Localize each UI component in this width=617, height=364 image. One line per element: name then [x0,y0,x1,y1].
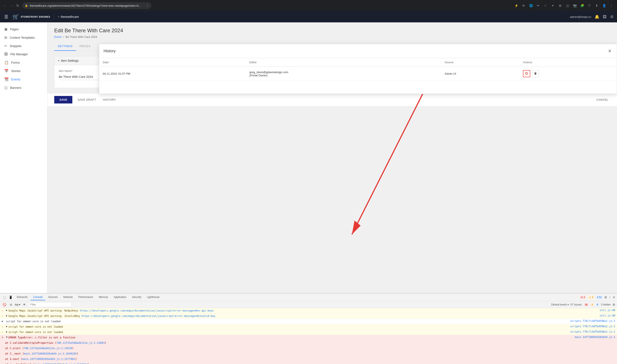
cart-icon: 🛒 [13,14,19,20]
sidebar-item-label: Pages [10,27,19,31]
expand-icon[interactable]: ▶ [6,325,8,328]
devtools-tab-security[interactable]: Security [129,294,144,300]
clear-console-icon[interactable]: 🚫 [2,302,7,307]
devtools-settings-icon[interactable]: ⚙ [604,296,607,299]
log-text: script for emmet-core is not loaded [8,325,570,329]
stack-link[interactable]: 706.12f25e548ad4121e.js:1:14993 [56,341,105,344]
devtools-tab-network[interactable]: Network [61,294,75,300]
devtools-tab-elements[interactable]: Elements [14,294,30,300]
reload-button[interactable]: ↻ [15,3,20,9]
log-source-link[interactable]: scripts.776c7c4dfbd598a1.js:1 [570,319,615,323]
log-source-link[interactable]: scripts.776c7c4dfbd598a1.js:1 [570,325,615,328]
save-draft-button[interactable]: SAVE DRAFT [76,96,98,104]
devtools-tab-sources[interactable]: Sources [46,294,60,300]
app-body: ▣ Pages ⊞ Content Templates ✂ Snippets 🖼… [0,22,617,364]
log-text: script for emmet-core is not loaded [8,330,570,334]
breadcrumb-parent-link[interactable]: Event [54,35,61,39]
log-source-link[interactable]: util.js:90 [600,314,615,317]
stack-link[interactable]: 706.12f25e548ad4121e.js:1:14539 [24,347,72,350]
col-date: Date ↓ [99,58,246,67]
puzzle-icon[interactable]: 🧩 [579,3,585,9]
expand-icon[interactable]: ▶ [6,330,8,333]
grid-icon[interactable]: ⊞ [557,3,563,9]
stack-link[interactable]: main.1dff28695d20a9e9.js:1:1530554 [35,363,88,364]
log-source-link[interactable]: util.js:90 [600,309,615,312]
page-title: Edit Be There With Care 2024 [54,27,610,34]
cell-actions [520,67,617,81]
notification-icon[interactable]: 🔔 [595,14,599,19]
sidebar-item-label: File Manager [10,52,28,56]
issues-label: 57 Issues: [571,303,582,306]
console-filter-input[interactable] [28,302,71,307]
avatar-icon[interactable]: 👤 [601,3,607,9]
modal-close-button[interactable]: ✕ [607,48,613,54]
shield-icon[interactable]: 🛡 [586,3,592,9]
log-link[interactable]: https://developers.google.com/maps/docum… [81,314,215,318]
settings-icon[interactable]: ⚙ [610,14,614,19]
save-button[interactable]: SAVE [54,96,72,104]
expand-icon[interactable]: ▶ [6,314,8,317]
sidebar-item-label: Banners [10,86,21,90]
devtools-tab-application[interactable]: Application [111,294,129,300]
log-source-link[interactable]: main.1dff28695d20a9e9.js:1 [575,336,615,339]
devtools-tab-console[interactable]: Console [31,294,45,300]
share-icon[interactable]: ⬆ [594,3,600,9]
default-levels-label[interactable]: Default levels ▾ [551,303,569,306]
content-area: Edit Be There With Care 2024 Event » Be … [47,22,617,293]
extensions-icon[interactable]: ⚡ [513,3,519,9]
log-source-link[interactable]: scripts.776c7c4dfbd598a1.js:1 [570,330,615,333]
hidden-label: 3 hidden [601,303,611,306]
checkmark-icon[interactable]: ✓ [542,3,549,9]
filter-toggle-icon[interactable]: ⊘ [9,302,13,307]
expand-icon[interactable]: ▶ [6,309,8,312]
sidebar-item-stories[interactable]: 📅 Stories [0,67,47,75]
issues-settings-icon[interactable]: ⚙ [613,303,615,306]
history-button[interactable]: HISTORY [101,96,118,104]
devtools-inspect-icon[interactable]: ⬚ [2,295,7,300]
star2-icon[interactable]: ✦ [550,3,556,9]
stack-link[interactable]: main.1dff28695d20a9e9.js:1:1577981 [22,358,75,361]
back-button[interactable]: ← [3,3,8,8]
expand-icon[interactable]: ▼ [6,336,8,339]
forward-button[interactable]: → [9,3,14,8]
context-selector[interactable]: top ▾ [15,303,20,306]
devtools-tab-memory[interactable]: Memory [96,294,111,300]
sidebar-item-forms[interactable]: 📋 Forms [0,58,47,67]
address-bar[interactable]: 🔒 therewithcare.org/admin/module/1827/it… [22,2,151,9]
sidebar-item-file-manager[interactable]: 🖼 File Manager [0,50,47,58]
log-link[interactable]: https://developers.google.com/maps/docum… [80,309,214,312]
globe-icon[interactable]: 🌐 [528,3,534,9]
devtools-tab-lighthouse[interactable]: Lighthouse [144,294,162,300]
log-text: Google Maps JavaScript API warning: Inva… [8,314,600,318]
sidebar-item-banners[interactable]: ◫ Banners [0,83,47,92]
delete-button[interactable] [532,70,539,77]
sort-icon[interactable]: ↓ [109,61,110,64]
eye-icon[interactable]: 👁 [22,302,27,307]
secure-icon: 🔒 [25,4,28,7]
sidebar-item-content-templates[interactable]: ⊞ Content Templates [0,33,47,42]
hamburger-button[interactable]: ☰ [3,13,9,20]
restore-button[interactable] [523,70,530,77]
stack-link[interactable]: main.1dff28695d20a9e9.js:1:1640283 [24,352,77,355]
sidebar-item-pages[interactable]: ▣ Pages [0,25,47,33]
info-icon: ▶ [2,320,5,323]
tab-settings[interactable]: SETTINGS [54,42,76,51]
camera-icon[interactable]: 📷 [572,3,578,9]
sidebar-item-snippets[interactable]: ✂ Snippets [0,42,47,50]
issues-blue-count: 3 [596,303,599,306]
devtools-device-icon[interactable]: 📱 [8,295,14,300]
mail-icon[interactable]: ✉ [521,3,527,9]
image-icon[interactable]: 🖼 [603,15,607,19]
pencil-icon[interactable]: ✏ [535,3,541,9]
toggle-icon[interactable]: ◫ [564,3,571,9]
warning-icon: ⚠ [2,309,5,312]
more-icon[interactable]: ⋮ [608,3,614,9]
tab-prices[interactable]: PRICES [76,42,94,51]
devtools-more-icon[interactable]: ⋮ [608,296,611,299]
sidebar-item-label: Content Templates [10,36,35,39]
cancel-button[interactable]: CANCEL [595,96,610,104]
sidebar-item-events[interactable]: 📆 Events [0,75,47,83]
devtools-close-icon[interactable]: ✕ [613,296,615,299]
console-log-line-error: ⊘ ▼ ERROR TypeError: c.filter is not a f… [0,335,617,340]
devtools-tab-performance[interactable]: Performance [76,294,96,300]
